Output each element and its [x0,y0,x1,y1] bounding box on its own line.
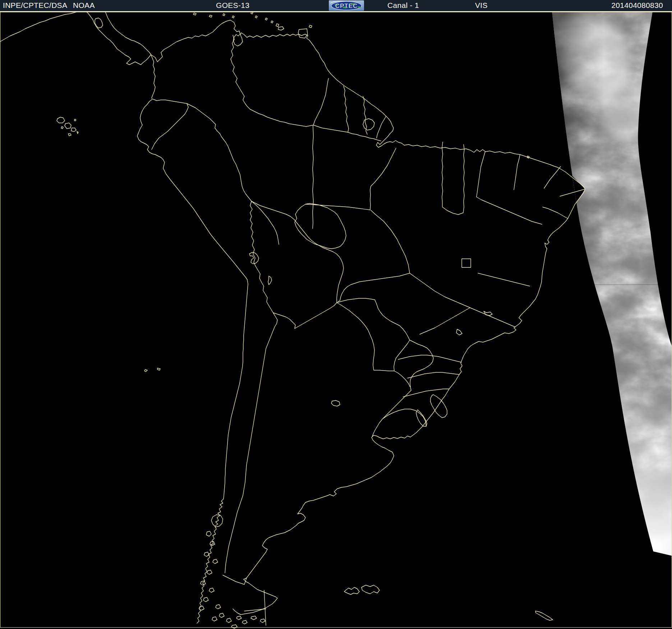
satellite-label: GOES-13 [216,0,249,11]
channel-label: Canal - 1 [387,0,419,11]
satellite-image-page: { "header": { "bg": "#16212b", "agency":… [0,0,672,629]
header-separator-line [0,11,672,12]
timestamp-label: 201404080830 [611,0,663,11]
satellite-map [0,12,672,629]
cptec-logo: CPTEC [329,0,364,11]
noaa-label: NOAA [73,0,95,11]
logo-text: CPTEC [335,3,358,9]
agency-label: INPE/CPTEC/DSA [3,0,67,11]
band-label: VIS [475,0,488,11]
